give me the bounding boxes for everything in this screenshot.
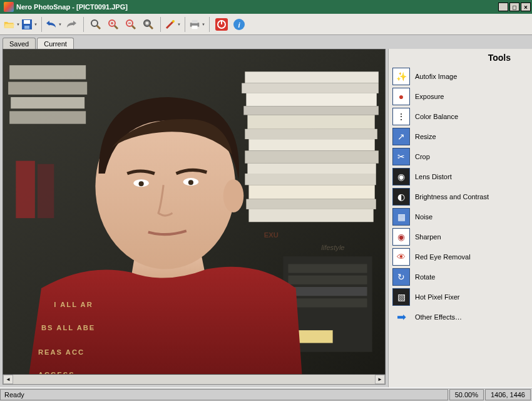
svg-point-56 (188, 180, 193, 185)
svg-rect-48 (9, 111, 86, 123)
tool-noise[interactable]: ▦Noise (391, 207, 529, 227)
tool-brightness-contrast[interactable]: ◐Brightness and Contrast (391, 187, 529, 207)
scroll-right-button[interactable]: ► (375, 375, 385, 384)
file-name: [PICT0091.JPG] (76, 3, 128, 11)
zoom-fit-button[interactable] (140, 16, 156, 33)
tool-label: Crop (415, 153, 430, 160)
dropdown-icon: ▼ (58, 23, 62, 26)
redo-button[interactable] (63, 16, 79, 33)
tool-label: Exposure (415, 93, 444, 100)
view-tabs: Saved Current (0, 35, 532, 49)
exposure-icon: ● (392, 88, 410, 105)
svg-rect-50 (38, 164, 54, 218)
svg-rect-31 (245, 129, 377, 139)
undo-icon (46, 20, 57, 29)
main-toolbar: ▼ ▼ ▼ ▼ ▼ i (0, 14, 532, 35)
tool-label: Resize (415, 133, 436, 140)
tool-color-balance[interactable]: ⋮Color Balance (391, 107, 529, 127)
dropdown-icon: ▼ (34, 23, 38, 26)
tab-current[interactable]: Current (37, 38, 74, 49)
svg-text:REAS ACC: REAS ACC (38, 348, 84, 356)
dropdown-icon: ▼ (177, 23, 181, 26)
zoom-out-button[interactable] (123, 16, 139, 33)
save-button[interactable]: ▼ (21, 16, 38, 33)
svg-rect-45 (9, 65, 86, 79)
scroll-track[interactable] (13, 375, 375, 384)
svg-rect-19 (192, 25, 198, 28)
photo-content: I ALL AR BS ALL ABE REAS ACC ACCESS EXU … (3, 49, 385, 374)
minimize-button[interactable]: _ (498, 3, 508, 11)
tool-label: Sharpen (415, 233, 441, 241)
tab-saved[interactable]: Saved (3, 38, 36, 49)
wand-icon (165, 19, 176, 30)
open-button[interactable]: ▼ (4, 16, 20, 33)
print-button[interactable]: ▼ (189, 16, 205, 33)
zoom-in-button[interactable] (105, 16, 121, 33)
image-canvas[interactable]: I ALL AR BS ALL ABE REAS ACC ACCESS EXU … (3, 49, 386, 375)
tool-crop[interactable]: ✂Crop (391, 147, 529, 167)
zoom-fit-icon (143, 19, 154, 30)
tool-autofix[interactable]: ✨Autofix Image (391, 66, 529, 86)
sharpen-icon: ◉ (392, 228, 410, 246)
power-button[interactable] (213, 16, 230, 33)
svg-point-52 (223, 179, 244, 212)
svg-rect-36 (248, 185, 374, 199)
tool-other-effects[interactable]: ➡Other Effects… (391, 307, 529, 327)
close-button[interactable]: × (521, 3, 531, 11)
svg-rect-26 (245, 71, 378, 83)
tool-label: Lens Distort (415, 173, 452, 180)
info-button[interactable]: i (231, 16, 247, 33)
status-bar: Ready 50.00% 1406, 1446 (0, 387, 532, 401)
svg-text:BS ALL ABE: BS ALL ABE (41, 324, 95, 331)
tool-label: Hot Pixel Fixer (415, 293, 460, 301)
redo-icon (66, 20, 77, 29)
svg-rect-32 (248, 139, 374, 150)
svg-rect-28 (246, 93, 376, 106)
maximize-button[interactable]: □ (509, 3, 519, 11)
tools-panel-title: Tools (391, 50, 529, 66)
tool-red-eye[interactable]: 👁Red Eye Removal (391, 247, 529, 267)
svg-line-4 (97, 26, 100, 29)
svg-point-3 (91, 20, 98, 26)
svg-text:lifestyle: lifestyle (321, 244, 344, 251)
tool-rotate[interactable]: ↻Rotate (391, 267, 529, 287)
crop-icon: ✂ (392, 148, 410, 165)
status-ready: Ready (0, 389, 448, 400)
svg-rect-47 (11, 97, 84, 108)
color-balance-icon: ⋮ (392, 108, 410, 125)
red-eye-icon: 👁 (392, 248, 410, 266)
svg-rect-18 (192, 19, 198, 23)
hot-pixel-icon: ▧ (392, 288, 410, 306)
noise-icon: ▦ (392, 208, 410, 226)
other-effects-icon: ➡ (392, 308, 410, 326)
zoom-in-icon (108, 19, 119, 30)
svg-line-11 (132, 26, 135, 29)
zoom-icon (90, 19, 101, 30)
horizontal-scrollbar[interactable]: ◄ ► (3, 375, 386, 385)
dropdown-icon: ▼ (16, 23, 20, 26)
status-zoom: 50.00% (449, 389, 484, 400)
svg-rect-33 (245, 150, 378, 163)
status-dimensions: 1406, 1446 (485, 389, 531, 400)
app-name: Nero PhotoSnap (16, 3, 70, 11)
tool-label: Brightness and Contrast (415, 193, 489, 200)
tool-exposure[interactable]: ●Exposure (391, 86, 529, 107)
zoom-button[interactable] (88, 16, 104, 33)
info-icon: i (233, 18, 245, 31)
tool-resize[interactable]: ↗Resize (391, 127, 529, 147)
tool-label: Other Effects… (415, 313, 462, 321)
scroll-left-button[interactable]: ◄ (3, 375, 13, 384)
tool-hot-pixel[interactable]: ▧Hot Pixel Fixer (391, 287, 529, 307)
tool-lens-distort[interactable]: ◉Lens Distort (391, 167, 529, 187)
svg-line-14 (150, 26, 153, 29)
save-icon (21, 19, 33, 30)
undo-button[interactable]: ▼ (46, 16, 62, 33)
svg-rect-49 (16, 161, 34, 218)
svg-rect-37 (246, 199, 376, 209)
power-icon (215, 18, 228, 31)
wand-button[interactable]: ▼ (165, 16, 181, 33)
svg-rect-35 (245, 174, 376, 185)
svg-rect-34 (247, 164, 376, 174)
print-icon (189, 19, 200, 30)
tool-sharpen[interactable]: ◉Sharpen (391, 227, 529, 247)
